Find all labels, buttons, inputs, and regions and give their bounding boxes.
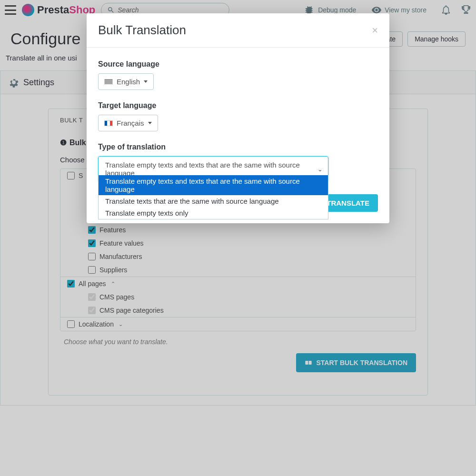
flag-fr-icon — [104, 120, 113, 126]
flag-en-icon — [104, 79, 113, 85]
translation-type-label: Type of translation — [98, 143, 378, 151]
source-language-label: Source language — [98, 60, 378, 69]
translation-type-select[interactable]: Translate empty texts and texts that are… — [98, 156, 328, 182]
source-language-value: English — [117, 78, 140, 86]
modal-header: Bulk Translation × — [87, 13, 389, 48]
option-same-as-source[interactable]: Translate texts that are the same with s… — [99, 195, 328, 207]
option-empty-and-same[interactable]: Translate empty texts and texts that are… — [99, 175, 328, 195]
modal-title: Bulk Translation — [98, 23, 186, 38]
close-icon[interactable]: × — [372, 25, 378, 36]
option-empty-only[interactable]: Translate empty texts only — [99, 207, 328, 219]
target-language-dropdown[interactable]: Français — [98, 115, 158, 131]
caret-down-icon — [144, 80, 148, 83]
caret-down-icon — [148, 122, 152, 124]
target-language-value: Français — [117, 119, 144, 127]
source-language-dropdown[interactable]: English — [98, 73, 154, 90]
bulk-translation-modal: Bulk Translation × Source language Engli… — [87, 13, 389, 223]
translation-type-options: Translate empty texts and texts that are… — [98, 175, 328, 219]
translation-type-value: Translate empty texts and texts that are… — [105, 161, 313, 177]
modal-overlay: Bulk Translation × Source language Engli… — [0, 0, 476, 476]
target-language-label: Target language — [98, 101, 378, 110]
